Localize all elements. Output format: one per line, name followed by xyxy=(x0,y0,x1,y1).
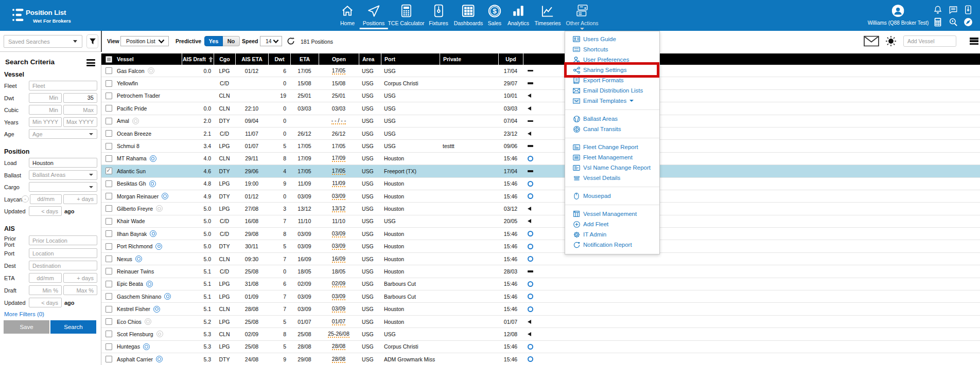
vessel-cell[interactable]: Kestrel Fisher xyxy=(116,303,182,315)
menu-item-users-guide[interactable]: Users Guide xyxy=(565,34,659,44)
col-header-port[interactable]: Port xyxy=(381,53,440,65)
row-checkbox[interactable] xyxy=(101,90,116,102)
vessel-cell[interactable]: Eco Chios xyxy=(116,316,182,327)
vessel-cell[interactable]: Atlantic Sun xyxy=(116,165,182,177)
draft-max-input[interactable]: Max % xyxy=(63,285,97,295)
ballast-select[interactable]: Ballast Areas xyxy=(29,170,97,180)
menu-item-add-fleet[interactable]: Add Fleet xyxy=(565,219,659,229)
menu-item-notification-report[interactable]: Notification Report xyxy=(565,240,659,250)
table-row[interactable]: Scot Flensburg5.3CLN02/09825/0825-26/08U… xyxy=(101,328,980,340)
ais-port-input[interactable]: Location xyxy=(29,248,97,258)
row-checkbox[interactable] xyxy=(101,65,116,77)
row-checkbox[interactable] xyxy=(101,253,116,265)
nav-item-tce-calculator[interactable]: TCE Calculator xyxy=(388,3,424,26)
nav-item-timeseries[interactable]: Timeseries xyxy=(535,3,561,26)
menu-item-vessel-management[interactable]: Vessel Management xyxy=(565,209,659,219)
nav-item-positions[interactable]: Positions xyxy=(360,3,388,26)
table-row[interactable]: Nexus5.0CLN09:30716/0916/09USGHouston15:… xyxy=(101,253,980,265)
table-row[interactable]: Pacific Pride0.0CLN22:10003/0303/03USGUS… xyxy=(101,102,980,115)
table-row[interactable]: Khair Wade5.0C/D16/08711/1011/10USGUSG20… xyxy=(101,215,980,228)
table-row[interactable]: Schmui 83.4LPG01/07517/0517/05USGUSGtest… xyxy=(101,140,980,152)
table-row[interactable]: Eco Chios5.2LPG25/08501/0701/07USGHousto… xyxy=(101,316,980,328)
fixtures-small-icon[interactable] xyxy=(965,5,972,14)
menu-item-sharing-settings[interactable]: Sharing Settings xyxy=(565,65,659,75)
table-row[interactable]: Besiktas Gh4.8LPG19:00911/0911/09USGHous… xyxy=(101,178,980,190)
row-checkbox[interactable] xyxy=(101,265,116,277)
filter-button[interactable] xyxy=(86,34,98,48)
view-select[interactable]: Position List xyxy=(120,36,169,46)
laycan-date-input[interactable]: dd/mm xyxy=(30,194,62,204)
saved-searches-select[interactable]: Saved Searches xyxy=(4,35,82,48)
cubic-max-input[interactable]: Max xyxy=(63,105,97,115)
vessel-cell[interactable]: Petrochem Trader xyxy=(116,90,182,102)
row-checkbox[interactable] xyxy=(101,228,116,240)
nav-item-other-actions[interactable]: Other Actions xyxy=(566,3,598,26)
years-min-input[interactable]: Min YYYY xyxy=(29,117,62,127)
vessel-cell[interactable]: Huntegas xyxy=(116,341,182,353)
vessel-cell[interactable]: Morgan Reinauer xyxy=(116,190,182,202)
app-logo[interactable]: Position List Wet For Brokers xyxy=(12,8,71,24)
load-input[interactable]: Houston xyxy=(29,158,97,168)
table-row[interactable]: Asphalt Carrier5.3DTY24/08929/0828/08USG… xyxy=(101,353,980,365)
row-checkbox[interactable] xyxy=(101,190,116,202)
table-row[interactable]: YellowfinC/D015/0815/08USGCorpus Christi… xyxy=(101,77,980,89)
cubic-min-input[interactable]: Min xyxy=(29,105,62,115)
table-row[interactable]: Amal2.0DTY09/040- - / - -USGUSG07/04 xyxy=(101,115,980,127)
table-row[interactable]: Port Richmond5.0DTY30/11503/0903/09USGHo… xyxy=(101,240,980,252)
messages-icon[interactable] xyxy=(949,5,958,14)
predictive-yes-button[interactable]: Yes xyxy=(204,36,223,46)
dwt-min-input[interactable]: Min xyxy=(29,93,62,103)
brightness-icon[interactable] xyxy=(886,36,897,47)
table-row[interactable]: Kestrel Fisher5.1CLN28/08703/0903/09USGH… xyxy=(101,303,980,315)
notifications-bell-icon[interactable] xyxy=(933,5,942,14)
vessel-cell[interactable]: Ilhan Bayrak xyxy=(116,228,182,240)
age-select[interactable]: Age xyxy=(29,129,97,139)
laycan-days-input[interactable]: + days xyxy=(63,194,97,204)
cargo-select[interactable] xyxy=(29,182,97,192)
updated-days-input[interactable]: < days xyxy=(29,206,62,216)
criteria-menu-icon[interactable] xyxy=(86,59,95,66)
menu-item-canal-transits[interactable]: Canal Transits xyxy=(565,124,659,134)
menu-item-export-formats[interactable]: Export Formats xyxy=(565,75,659,85)
vessel-cell[interactable]: Besiktas Gh xyxy=(116,178,182,190)
dest-input[interactable]: Destination xyxy=(29,261,97,270)
vessel-cell[interactable]: Yellowfin xyxy=(116,77,182,89)
col-header-private[interactable]: Private xyxy=(440,53,498,65)
ais-updated-days-input[interactable]: < days xyxy=(29,298,62,307)
menu-item-email-templates[interactable]: Email Templates xyxy=(565,96,659,106)
row-checkbox[interactable] xyxy=(101,278,116,290)
col-header-ais-eta[interactable]: AIS ETA xyxy=(235,53,268,65)
more-filters-link[interactable]: More Filters (0) xyxy=(4,311,44,317)
ais-eta-days-input[interactable]: + days xyxy=(63,273,97,283)
vessel-cell[interactable]: Nexus xyxy=(116,253,182,265)
col-header-vessel[interactable]: Vessel xyxy=(116,53,182,65)
col-header-upd[interactable]: Upd xyxy=(498,53,523,65)
nav-item-analytics[interactable]: Analytics xyxy=(507,3,529,26)
vessel-cell[interactable]: Schmui 8 xyxy=(116,140,182,152)
nav-item-dashboards[interactable]: Dashboards xyxy=(454,3,483,26)
row-checkbox[interactable] xyxy=(101,303,116,315)
table-row[interactable]: Gaschem Shinano5.1LPG01/09703/0903/09USG… xyxy=(101,290,980,303)
row-checkbox[interactable] xyxy=(101,178,116,190)
calculator-small-icon[interactable] xyxy=(934,17,942,27)
vessel-cell[interactable]: Asphalt Carrier xyxy=(116,353,182,365)
col-header-area[interactable]: Area xyxy=(359,53,381,65)
menu-item-fleet-change-report[interactable]: Fleet Change Report xyxy=(565,142,659,152)
table-row[interactable]: Gas Falcon0.0LPG01/12617/0517/05USGUSG17… xyxy=(101,65,980,77)
row-checkbox[interactable] xyxy=(101,240,116,252)
table-row[interactable]: Atlantic Sun4.6DTY29/06417/0517/05USGFre… xyxy=(101,165,980,177)
vessel-cell[interactable]: MT Rahama xyxy=(116,153,182,165)
row-checkbox[interactable] xyxy=(101,153,116,165)
email-icon[interactable] xyxy=(864,36,879,47)
compass-icon[interactable] xyxy=(964,17,973,27)
col-header-dwt[interactable]: Dwt xyxy=(268,53,290,65)
row-checkbox[interactable] xyxy=(101,215,116,227)
table-row[interactable]: MT Rahama4.0CLN29/11817/0917/09USGHousto… xyxy=(101,153,980,165)
nav-item-home[interactable]: Home xyxy=(340,3,355,26)
col-header-open[interactable]: Open xyxy=(319,53,359,65)
row-checkbox[interactable] xyxy=(101,102,116,114)
col-header-ais-draft[interactable]: AIS Draft xyxy=(182,53,214,65)
table-row[interactable]: Gilberto Freyre5.0LPG27/08313/1213/12USG… xyxy=(101,203,980,215)
row-checkbox[interactable] xyxy=(101,353,116,365)
speed-select[interactable]: 14 xyxy=(260,36,282,46)
